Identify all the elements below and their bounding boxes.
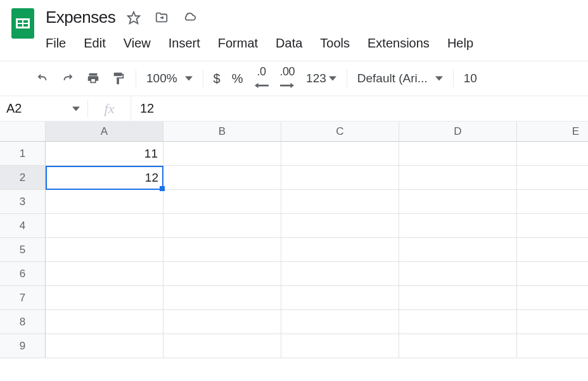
cell[interactable] — [46, 334, 163, 358]
menu-help[interactable]: Help — [438, 34, 482, 53]
cell[interactable] — [46, 214, 163, 238]
spreadsheet-grid[interactable]: ABCDE1112123456789 — [0, 122, 588, 358]
cell[interactable]: 11 — [46, 142, 163, 166]
percent-button[interactable]: % — [232, 72, 243, 86]
cell[interactable] — [46, 286, 163, 310]
cloud-status-icon[interactable] — [182, 11, 196, 25]
redo-icon[interactable] — [61, 72, 75, 85]
row-header[interactable]: 1 — [0, 142, 46, 166]
column-header[interactable]: E — [517, 122, 588, 142]
cell[interactable] — [163, 310, 281, 334]
increase-decimal-button[interactable]: .00 — [280, 65, 295, 92]
zoom-selector[interactable]: 100% — [136, 72, 203, 85]
currency-button[interactable]: $ — [214, 72, 220, 86]
cell[interactable] — [281, 334, 399, 358]
cell[interactable] — [281, 142, 399, 166]
cell[interactable] — [517, 310, 588, 334]
cell[interactable] — [517, 166, 588, 190]
cell[interactable] — [399, 214, 517, 238]
paint-format-icon[interactable] — [112, 72, 125, 85]
column-header[interactable]: A — [46, 122, 163, 142]
cell[interactable] — [46, 190, 163, 214]
chevron-down-icon — [185, 75, 193, 82]
cell[interactable] — [399, 310, 517, 334]
cell[interactable] — [399, 142, 517, 166]
cell[interactable]: 12 — [46, 166, 163, 190]
cell[interactable] — [517, 214, 588, 238]
cell[interactable] — [281, 214, 399, 238]
column-header[interactable]: C — [281, 122, 399, 142]
more-formats-button[interactable]: 123 — [306, 72, 336, 85]
row-header[interactable]: 4 — [0, 214, 46, 238]
cell[interactable] — [163, 286, 281, 310]
fx-icon: fx — [88, 96, 131, 121]
move-to-folder-icon[interactable] — [155, 11, 169, 25]
chevron-down-icon — [329, 75, 336, 82]
star-icon[interactable] — [127, 11, 141, 25]
menu-data[interactable]: Data — [267, 34, 311, 53]
cell[interactable] — [46, 238, 163, 262]
zoom-value: 100% — [146, 72, 177, 85]
row-header[interactable]: 7 — [0, 286, 46, 310]
cell[interactable] — [281, 238, 399, 262]
name-box[interactable]: A2 — [0, 96, 87, 121]
menu-edit[interactable]: Edit — [75, 34, 114, 53]
cell[interactable] — [517, 190, 588, 214]
select-all-corner[interactable] — [0, 122, 46, 142]
row-header[interactable]: 3 — [0, 190, 46, 214]
row-header[interactable]: 2 — [0, 166, 46, 190]
row-header[interactable]: 8 — [0, 310, 46, 334]
print-icon[interactable] — [86, 72, 100, 85]
column-header[interactable]: B — [163, 122, 281, 142]
chevron-down-icon — [435, 75, 443, 82]
cell[interactable] — [46, 262, 163, 286]
cell[interactable] — [163, 166, 281, 190]
cell[interactable] — [163, 262, 281, 286]
menu-file[interactable]: File — [46, 34, 75, 53]
document-title[interactable]: Expenses — [46, 8, 115, 27]
cell[interactable] — [399, 262, 517, 286]
cell[interactable] — [281, 286, 399, 310]
svg-marker-0 — [128, 11, 139, 23]
cell[interactable] — [163, 214, 281, 238]
cell[interactable] — [281, 262, 399, 286]
cell[interactable] — [517, 238, 588, 262]
cell[interactable] — [281, 310, 399, 334]
formula-bar: A2 fx 12 — [0, 96, 588, 122]
cell[interactable] — [517, 262, 588, 286]
cell[interactable] — [281, 190, 399, 214]
toolbar: 100% $ % .0 .00 123 Default (Ari... 10 — [0, 61, 588, 96]
cell[interactable] — [399, 166, 517, 190]
font-selector[interactable]: Default (Ari... — [347, 72, 453, 85]
menu-tools[interactable]: Tools — [311, 34, 359, 53]
undo-icon[interactable] — [35, 72, 49, 85]
menu-format[interactable]: Format — [209, 34, 267, 53]
sheets-logo[interactable] — [9, 5, 37, 42]
cell[interactable] — [281, 166, 399, 190]
decrease-decimal-button[interactable]: .0 — [255, 65, 269, 92]
menu-extensions[interactable]: Extensions — [359, 34, 438, 53]
cell[interactable] — [163, 334, 281, 358]
name-box-value: A2 — [6, 101, 22, 116]
cell[interactable] — [399, 286, 517, 310]
font-size-value[interactable]: 10 — [464, 72, 477, 85]
cell[interactable] — [517, 286, 588, 310]
row-header[interactable]: 9 — [0, 334, 46, 358]
cell[interactable] — [517, 334, 588, 358]
menu-insert[interactable]: Insert — [160, 34, 209, 53]
cell[interactable] — [399, 334, 517, 358]
cell[interactable] — [163, 190, 281, 214]
cell[interactable] — [399, 190, 517, 214]
cell[interactable] — [163, 238, 281, 262]
cell[interactable] — [46, 310, 163, 334]
chevron-down-icon — [72, 105, 80, 113]
formula-input[interactable]: 12 — [131, 101, 154, 116]
row-header[interactable]: 5 — [0, 238, 46, 262]
cell[interactable] — [163, 142, 281, 166]
menubar: File Edit View Insert Format Data Tools … — [46, 27, 482, 53]
row-header[interactable]: 6 — [0, 262, 46, 286]
cell[interactable] — [399, 238, 517, 262]
menu-view[interactable]: View — [115, 34, 160, 53]
cell[interactable] — [517, 142, 588, 166]
column-header[interactable]: D — [399, 122, 517, 142]
